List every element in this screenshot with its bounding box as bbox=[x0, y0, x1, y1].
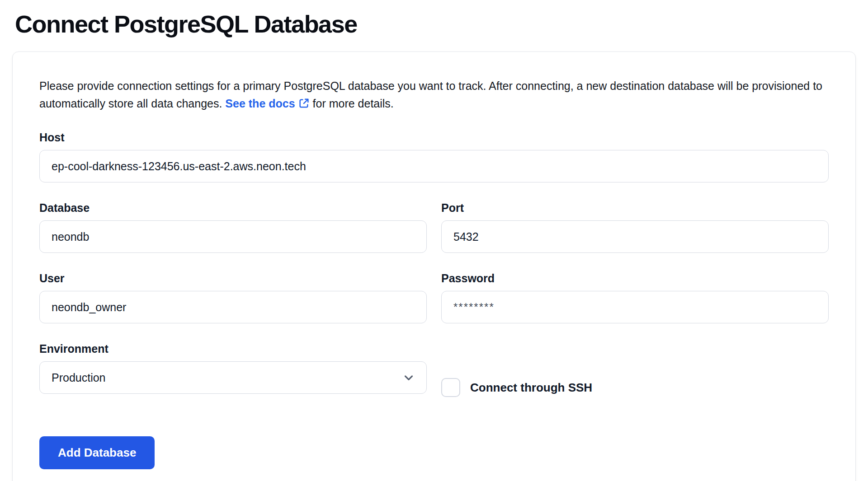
host-label: Host bbox=[39, 131, 829, 144]
connection-form: Host Database Port User Password Environ bbox=[39, 131, 829, 413]
connect-through-ssh-label[interactable]: Connect through SSH bbox=[470, 381, 592, 395]
see-the-docs-link-label: See the docs bbox=[225, 97, 295, 110]
add-database-button[interactable]: Add Database bbox=[39, 436, 155, 469]
database-field: Database bbox=[39, 201, 427, 253]
chevron-down-icon bbox=[402, 371, 415, 384]
password-label: Password bbox=[441, 272, 829, 285]
port-field: Port bbox=[441, 201, 829, 253]
intro-text-after-link: for more details. bbox=[313, 97, 394, 110]
connect-database-page: Connect PostgreSQL Database Please provi… bbox=[0, 0, 868, 481]
intro-text: Please provide connection settings for a… bbox=[39, 77, 826, 114]
environment-field: Environment Production bbox=[39, 342, 427, 394]
password-input[interactable] bbox=[441, 291, 829, 323]
user-label: User bbox=[39, 272, 427, 285]
connection-settings-card: Please provide connection settings for a… bbox=[12, 51, 856, 481]
see-the-docs-link[interactable]: See the docs bbox=[225, 97, 309, 110]
environment-selected-value: Production bbox=[52, 371, 106, 384]
password-field: Password bbox=[441, 272, 829, 323]
host-field: Host bbox=[39, 131, 829, 182]
database-input[interactable] bbox=[39, 220, 427, 253]
connect-through-ssh-checkbox[interactable] bbox=[441, 378, 460, 397]
page-title: Connect PostgreSQL Database bbox=[15, 10, 856, 38]
submit-row: Add Database bbox=[39, 436, 829, 469]
environment-label: Environment bbox=[39, 342, 427, 355]
intro-text-before-link: Please provide connection settings for a… bbox=[39, 79, 822, 110]
user-input[interactable] bbox=[39, 291, 427, 323]
database-label: Database bbox=[39, 201, 427, 215]
port-input[interactable] bbox=[441, 220, 829, 253]
ssh-option: Connect through SSH bbox=[441, 342, 829, 413]
port-label: Port bbox=[441, 201, 829, 215]
host-input[interactable] bbox=[39, 150, 829, 182]
user-field: User bbox=[39, 272, 427, 323]
external-link-icon bbox=[298, 96, 310, 114]
environment-select[interactable]: Production bbox=[39, 361, 427, 394]
